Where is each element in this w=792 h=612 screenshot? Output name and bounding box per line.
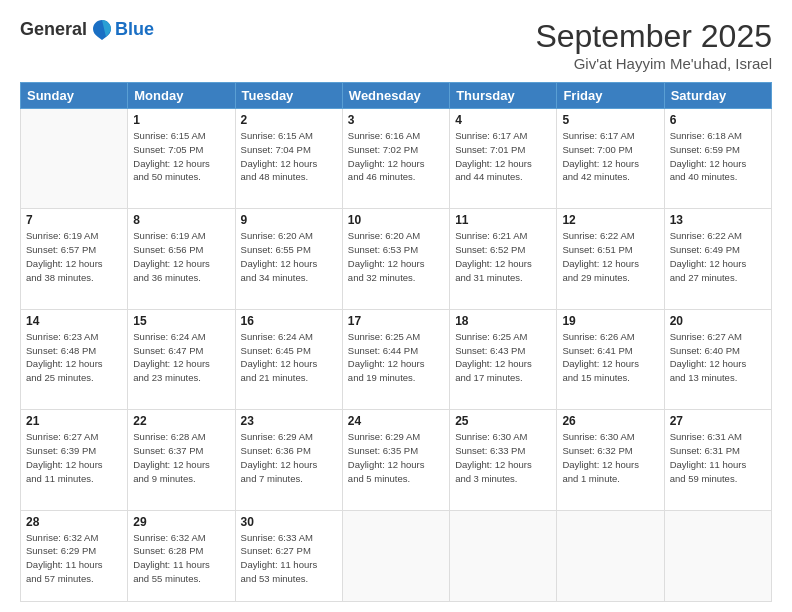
day-number: 17	[348, 314, 444, 328]
table-row: 9Sunrise: 6:20 AMSunset: 6:55 PMDaylight…	[235, 209, 342, 309]
calendar: Sunday Monday Tuesday Wednesday Thursday…	[20, 82, 772, 602]
day-number: 27	[670, 414, 766, 428]
day-info: Sunrise: 6:31 AMSunset: 6:31 PMDaylight:…	[670, 430, 766, 485]
day-info: Sunrise: 6:26 AMSunset: 6:41 PMDaylight:…	[562, 330, 658, 385]
table-row	[664, 510, 771, 601]
logo-general: General	[20, 19, 87, 40]
day-number: 25	[455, 414, 551, 428]
day-info: Sunrise: 6:16 AMSunset: 7:02 PMDaylight:…	[348, 129, 444, 184]
table-row: 17Sunrise: 6:25 AMSunset: 6:44 PMDayligh…	[342, 309, 449, 409]
table-row: 30Sunrise: 6:33 AMSunset: 6:27 PMDayligh…	[235, 510, 342, 601]
day-number: 30	[241, 515, 337, 529]
day-info: Sunrise: 6:23 AMSunset: 6:48 PMDaylight:…	[26, 330, 122, 385]
day-info: Sunrise: 6:20 AMSunset: 6:55 PMDaylight:…	[241, 229, 337, 284]
day-info: Sunrise: 6:25 AMSunset: 6:44 PMDaylight:…	[348, 330, 444, 385]
day-info: Sunrise: 6:29 AMSunset: 6:35 PMDaylight:…	[348, 430, 444, 485]
table-row: 10Sunrise: 6:20 AMSunset: 6:53 PMDayligh…	[342, 209, 449, 309]
day-number: 1	[133, 113, 229, 127]
day-number: 3	[348, 113, 444, 127]
table-row	[450, 510, 557, 601]
day-number: 23	[241, 414, 337, 428]
day-number: 8	[133, 213, 229, 227]
day-number: 10	[348, 213, 444, 227]
day-info: Sunrise: 6:22 AMSunset: 6:49 PMDaylight:…	[670, 229, 766, 284]
table-row: 19Sunrise: 6:26 AMSunset: 6:41 PMDayligh…	[557, 309, 664, 409]
table-row: 23Sunrise: 6:29 AMSunset: 6:36 PMDayligh…	[235, 410, 342, 510]
logo-icon	[91, 18, 113, 40]
day-number: 20	[670, 314, 766, 328]
table-row: 1Sunrise: 6:15 AMSunset: 7:05 PMDaylight…	[128, 109, 235, 209]
col-sunday: Sunday	[21, 83, 128, 109]
table-row: 27Sunrise: 6:31 AMSunset: 6:31 PMDayligh…	[664, 410, 771, 510]
day-info: Sunrise: 6:32 AMSunset: 6:29 PMDaylight:…	[26, 531, 122, 586]
day-number: 22	[133, 414, 229, 428]
table-row: 14Sunrise: 6:23 AMSunset: 6:48 PMDayligh…	[21, 309, 128, 409]
day-info: Sunrise: 6:19 AMSunset: 6:56 PMDaylight:…	[133, 229, 229, 284]
day-number: 6	[670, 113, 766, 127]
table-row: 25Sunrise: 6:30 AMSunset: 6:33 PMDayligh…	[450, 410, 557, 510]
header: General Blue September 2025 Giv'at Hayyi…	[20, 18, 772, 72]
day-number: 26	[562, 414, 658, 428]
day-info: Sunrise: 6:28 AMSunset: 6:37 PMDaylight:…	[133, 430, 229, 485]
day-number: 14	[26, 314, 122, 328]
day-number: 15	[133, 314, 229, 328]
day-number: 5	[562, 113, 658, 127]
day-info: Sunrise: 6:24 AMSunset: 6:47 PMDaylight:…	[133, 330, 229, 385]
location: Giv'at Hayyim Me'uhad, Israel	[535, 55, 772, 72]
logo-area: General Blue	[20, 18, 154, 40]
table-row: 5Sunrise: 6:17 AMSunset: 7:00 PMDaylight…	[557, 109, 664, 209]
day-info: Sunrise: 6:17 AMSunset: 7:01 PMDaylight:…	[455, 129, 551, 184]
month-title: September 2025	[535, 18, 772, 55]
day-info: Sunrise: 6:15 AMSunset: 7:04 PMDaylight:…	[241, 129, 337, 184]
day-number: 13	[670, 213, 766, 227]
title-area: September 2025 Giv'at Hayyim Me'uhad, Is…	[535, 18, 772, 72]
day-number: 7	[26, 213, 122, 227]
day-number: 19	[562, 314, 658, 328]
day-number: 21	[26, 414, 122, 428]
day-info: Sunrise: 6:24 AMSunset: 6:45 PMDaylight:…	[241, 330, 337, 385]
table-row: 20Sunrise: 6:27 AMSunset: 6:40 PMDayligh…	[664, 309, 771, 409]
day-number: 9	[241, 213, 337, 227]
day-info: Sunrise: 6:18 AMSunset: 6:59 PMDaylight:…	[670, 129, 766, 184]
day-info: Sunrise: 6:27 AMSunset: 6:39 PMDaylight:…	[26, 430, 122, 485]
day-info: Sunrise: 6:20 AMSunset: 6:53 PMDaylight:…	[348, 229, 444, 284]
table-row: 18Sunrise: 6:25 AMSunset: 6:43 PMDayligh…	[450, 309, 557, 409]
table-row: 15Sunrise: 6:24 AMSunset: 6:47 PMDayligh…	[128, 309, 235, 409]
table-row: 21Sunrise: 6:27 AMSunset: 6:39 PMDayligh…	[21, 410, 128, 510]
col-monday: Monday	[128, 83, 235, 109]
page: General Blue September 2025 Giv'at Hayyi…	[0, 0, 792, 612]
day-info: Sunrise: 6:17 AMSunset: 7:00 PMDaylight:…	[562, 129, 658, 184]
col-wednesday: Wednesday	[342, 83, 449, 109]
day-number: 18	[455, 314, 551, 328]
table-row: 2Sunrise: 6:15 AMSunset: 7:04 PMDaylight…	[235, 109, 342, 209]
table-row: 11Sunrise: 6:21 AMSunset: 6:52 PMDayligh…	[450, 209, 557, 309]
table-row	[21, 109, 128, 209]
header-row: Sunday Monday Tuesday Wednesday Thursday…	[21, 83, 772, 109]
day-info: Sunrise: 6:21 AMSunset: 6:52 PMDaylight:…	[455, 229, 551, 284]
col-saturday: Saturday	[664, 83, 771, 109]
table-row: 26Sunrise: 6:30 AMSunset: 6:32 PMDayligh…	[557, 410, 664, 510]
day-info: Sunrise: 6:30 AMSunset: 6:32 PMDaylight:…	[562, 430, 658, 485]
col-thursday: Thursday	[450, 83, 557, 109]
table-row: 24Sunrise: 6:29 AMSunset: 6:35 PMDayligh…	[342, 410, 449, 510]
table-row	[557, 510, 664, 601]
table-row	[342, 510, 449, 601]
day-number: 28	[26, 515, 122, 529]
day-info: Sunrise: 6:25 AMSunset: 6:43 PMDaylight:…	[455, 330, 551, 385]
day-info: Sunrise: 6:15 AMSunset: 7:05 PMDaylight:…	[133, 129, 229, 184]
day-number: 29	[133, 515, 229, 529]
day-info: Sunrise: 6:27 AMSunset: 6:40 PMDaylight:…	[670, 330, 766, 385]
table-row: 29Sunrise: 6:32 AMSunset: 6:28 PMDayligh…	[128, 510, 235, 601]
day-number: 16	[241, 314, 337, 328]
day-info: Sunrise: 6:19 AMSunset: 6:57 PMDaylight:…	[26, 229, 122, 284]
day-info: Sunrise: 6:29 AMSunset: 6:36 PMDaylight:…	[241, 430, 337, 485]
day-number: 4	[455, 113, 551, 127]
day-info: Sunrise: 6:22 AMSunset: 6:51 PMDaylight:…	[562, 229, 658, 284]
day-number: 11	[455, 213, 551, 227]
day-info: Sunrise: 6:32 AMSunset: 6:28 PMDaylight:…	[133, 531, 229, 586]
table-row: 3Sunrise: 6:16 AMSunset: 7:02 PMDaylight…	[342, 109, 449, 209]
logo-blue: Blue	[115, 19, 154, 40]
table-row: 13Sunrise: 6:22 AMSunset: 6:49 PMDayligh…	[664, 209, 771, 309]
table-row: 7Sunrise: 6:19 AMSunset: 6:57 PMDaylight…	[21, 209, 128, 309]
table-row: 28Sunrise: 6:32 AMSunset: 6:29 PMDayligh…	[21, 510, 128, 601]
